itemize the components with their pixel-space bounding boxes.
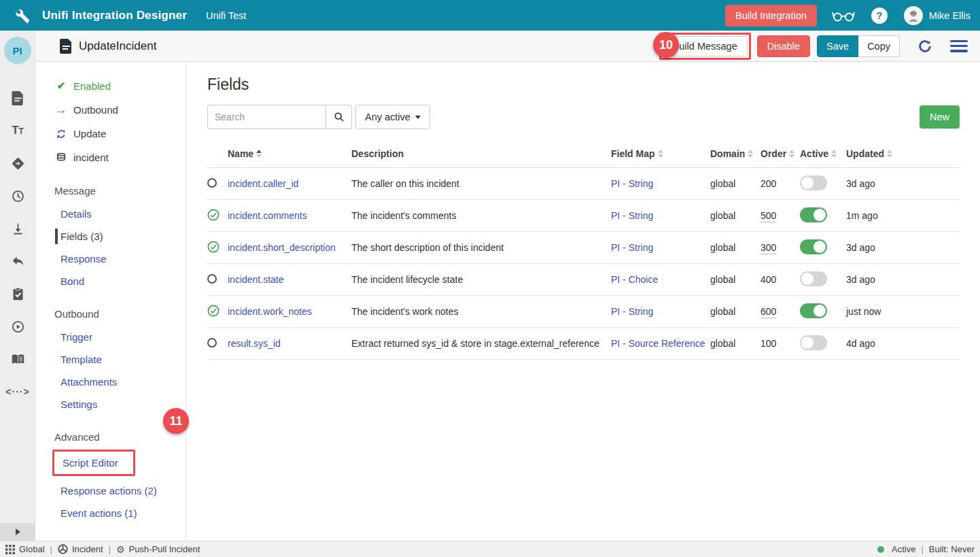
disable-button[interactable]: Disable (757, 35, 810, 57)
sidebar-item-settings[interactable]: Settings (35, 394, 186, 415)
build-integration-button[interactable]: Build Integration (725, 5, 817, 27)
field-map-link[interactable]: PI - Source Reference (611, 338, 705, 349)
new-field-button[interactable]: New (920, 105, 960, 129)
text-format-icon[interactable]: TT (0, 114, 35, 147)
sidebar-expand-button[interactable] (0, 523, 35, 541)
user-avatar[interactable] (904, 6, 923, 25)
copy-button[interactable]: Copy (858, 35, 900, 57)
check-icon: ✔ (54, 80, 68, 92)
filter-label: Any active (365, 112, 410, 122)
active-toggle[interactable] (800, 239, 827, 254)
sidebar-item-response[interactable]: Response (35, 248, 186, 269)
field-name-link[interactable]: incident.state (228, 274, 284, 285)
sidebar-item-event-actions[interactable]: Event actions (1) (35, 503, 186, 524)
sidebar-item-template[interactable]: Template (35, 349, 186, 370)
table-row: incident.short_description The short des… (207, 232, 960, 264)
app-title: Unifi Integration Designer (42, 9, 187, 22)
field-updated: 3d ago (846, 232, 960, 264)
column-header-field-map[interactable]: Field Map (611, 140, 710, 168)
field-map-link[interactable]: PI - String (611, 306, 653, 317)
field-map-link[interactable]: PI - Choice (611, 274, 658, 285)
field-order[interactable]: 100 (760, 338, 776, 349)
integration-avatar[interactable]: PI (4, 37, 31, 64)
active-filter-dropdown[interactable]: Any active (355, 105, 430, 129)
active-toggle[interactable] (800, 175, 827, 190)
unchecked-circle-icon (207, 178, 217, 188)
app-circle-icon (58, 544, 68, 554)
document-icon[interactable] (0, 82, 35, 114)
sidebar-item-details[interactable]: Details (35, 203, 186, 224)
column-header-description[interactable]: Description (351, 140, 611, 168)
search-input[interactable] (207, 105, 326, 129)
column-header-name[interactable]: Name (228, 140, 351, 168)
sidebar-item-script-editor[interactable]: Script Editor (54, 452, 133, 473)
table-row: incident.caller_id The caller on this in… (207, 168, 960, 200)
grid-icon (5, 545, 15, 554)
field-name-link[interactable]: incident.comments (228, 210, 307, 221)
statusbar-process[interactable]: Incident (58, 544, 103, 554)
column-header-updated[interactable]: Updated (846, 140, 960, 168)
sidebar-item-bond[interactable]: Bond (35, 271, 186, 292)
field-domain: global (710, 264, 760, 296)
column-header-order[interactable]: Order (760, 140, 800, 168)
field-description: The short description of this incident (351, 232, 611, 264)
section-title: Message (35, 181, 186, 201)
field-name-link[interactable]: incident.short_description (228, 242, 336, 253)
help-icon[interactable]: ? (871, 7, 888, 24)
field-order[interactable]: 200 (760, 178, 776, 189)
section-outbound: Outbound Trigger Template Attachments Se… (35, 304, 186, 415)
field-map-link[interactable]: PI - String (611, 210, 653, 221)
fields-table: Name Description Field Map Domain Order … (207, 140, 960, 360)
sidebar-item-fields[interactable]: Fields (3) (35, 226, 186, 247)
enabled-label: Enabled (73, 80, 111, 92)
history-clock-icon[interactable] (0, 180, 35, 212)
instance-name[interactable]: Unifi Test (206, 10, 246, 21)
reply-icon[interactable] (0, 245, 35, 277)
table-row: result.sys_id Extract returned sys_id & … (207, 328, 960, 360)
sidebar-item-operation: Update (35, 122, 186, 145)
column-header-active[interactable]: Active (800, 140, 846, 168)
table-row: incident.work_notes The incident's work … (207, 296, 960, 328)
field-domain: global (710, 296, 760, 328)
field-name-link[interactable]: incident.work_notes (228, 306, 312, 317)
statusbar-scope[interactable]: Global (5, 544, 45, 554)
menu-icon[interactable] (950, 40, 968, 52)
field-order[interactable]: 600 (760, 306, 776, 318)
field-map-link[interactable]: PI - String (611, 178, 653, 189)
search-button[interactable] (326, 105, 352, 129)
table-label: incident (73, 152, 109, 163)
field-order[interactable]: 400 (760, 274, 776, 285)
checked-circle-icon (207, 209, 220, 221)
clipboard-check-icon[interactable] (0, 277, 35, 310)
active-toggle[interactable] (800, 303, 827, 318)
active-toggle[interactable] (800, 207, 827, 222)
active-status-label: Active (892, 544, 915, 554)
annotation-badge-10: 10 (653, 32, 679, 58)
sidebar-item-enabled: ✔ Enabled (35, 74, 186, 97)
field-map-link[interactable]: PI - String (611, 242, 653, 253)
sidebar-item-response-actions[interactable]: Response actions (2) (35, 480, 186, 501)
field-name-link[interactable]: incident.caller_id (228, 178, 298, 189)
scope-label: Global (19, 544, 45, 554)
statusbar-integration[interactable]: ⚙ Push-Pull Incident (116, 544, 200, 554)
sidebar-item-attachments[interactable]: Attachments (35, 371, 186, 392)
unchecked-circle-icon (207, 274, 217, 284)
status-dot-icon (877, 546, 884, 553)
field-name-link[interactable]: result.sys_id (228, 338, 281, 349)
download-icon[interactable] (0, 212, 35, 245)
play-circle-icon[interactable] (0, 310, 35, 343)
active-toggle[interactable] (800, 335, 827, 350)
save-button[interactable]: Save (817, 35, 858, 57)
column-header-domain[interactable]: Domain (710, 140, 760, 168)
send-diamond-icon[interactable] (0, 147, 35, 180)
sidebar-item-trigger[interactable]: Trigger (35, 326, 186, 348)
user-name[interactable]: Mike Ellis (929, 10, 970, 21)
active-toggle[interactable] (800, 271, 827, 286)
field-order[interactable]: 300 (760, 242, 776, 254)
refresh-icon[interactable] (917, 39, 932, 54)
code-icon[interactable]: <···> (0, 375, 35, 408)
glasses-icon[interactable] (832, 8, 855, 23)
checked-circle-icon (207, 241, 220, 253)
book-icon[interactable] (0, 343, 35, 375)
field-order[interactable]: 500 (760, 210, 776, 222)
